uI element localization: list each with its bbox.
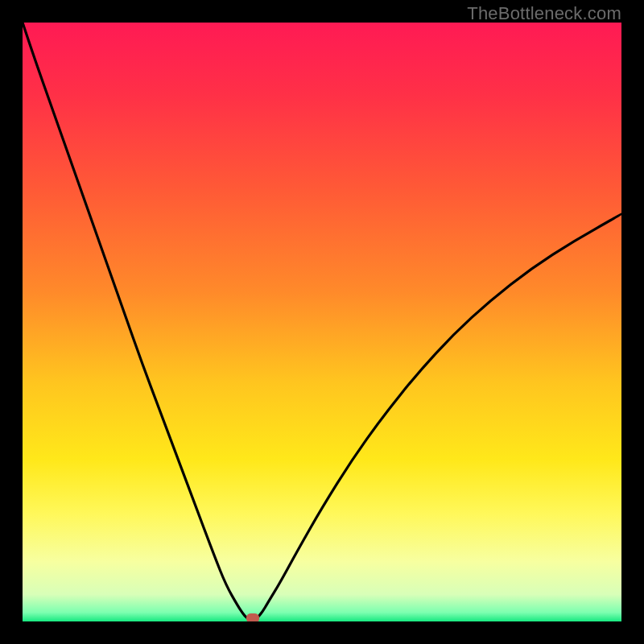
curve-layer: [23, 23, 621, 621]
plot-area: [23, 23, 621, 621]
chart-frame: TheBottleneck.com: [0, 0, 644, 644]
bottleneck-curve: [23, 23, 621, 621]
watermark-text: TheBottleneck.com: [467, 3, 621, 24]
minimum-marker: [246, 613, 259, 621]
